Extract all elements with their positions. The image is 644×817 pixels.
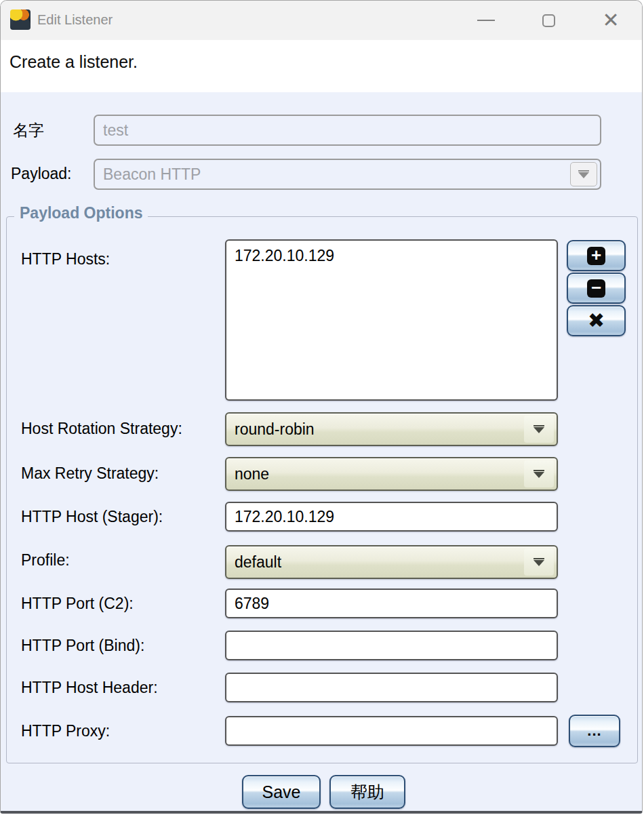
save-button[interactable]: Save: [242, 775, 321, 809]
minimize-button[interactable]: [468, 6, 504, 35]
http-host-header-label: HTTP Host Header:: [21, 679, 158, 697]
max-retry-label: Max Retry Strategy:: [21, 464, 159, 483]
payload-dropdown-arrow-icon: [570, 162, 597, 186]
payload-options-title: Payload Options: [14, 204, 148, 222]
close-button[interactable]: ✕: [593, 6, 628, 35]
http-hosts-label: HTTP Hosts:: [21, 250, 110, 268]
save-button-label: Save: [262, 782, 301, 802]
chevron-down-icon: [524, 416, 554, 443]
close-icon: ✕: [602, 10, 619, 31]
http-port-bind-label: HTTP Port (Bind):: [21, 637, 144, 655]
x-icon: ✖: [588, 311, 605, 331]
host-rotation-select[interactable]: round-robin: [225, 412, 558, 446]
chevron-down-icon: [524, 549, 554, 576]
http-host-stager-label: HTTP Host (Stager):: [21, 508, 163, 526]
ellipsis-icon: ...: [587, 722, 601, 740]
help-button-label: 帮助: [350, 781, 384, 803]
add-host-button[interactable]: +: [567, 240, 626, 271]
message-strip: Create a listener.: [1, 40, 642, 92]
http-proxy-browse-button[interactable]: ...: [569, 715, 620, 747]
app-avatar-icon: [10, 9, 31, 30]
host-rotation-label: Host Rotation Strategy:: [21, 420, 182, 438]
edit-listener-dialog: Edit Listener ✕ Create a listener. 名字 Pa…: [0, 0, 643, 814]
http-port-c2-input[interactable]: [225, 589, 558, 618]
clear-hosts-button[interactable]: ✖: [567, 305, 626, 336]
titlebar: Edit Listener ✕: [1, 1, 642, 40]
http-host-stager-input[interactable]: [225, 502, 558, 532]
dialog-message: Create a listener.: [9, 52, 138, 72]
http-proxy-input[interactable]: [225, 716, 558, 746]
minimize-icon: [477, 20, 495, 21]
payload-select: Beacon HTTP: [94, 159, 601, 190]
http-hosts-textarea[interactable]: [225, 239, 558, 401]
plus-icon: +: [587, 247, 605, 265]
host-rotation-value: round-robin: [226, 420, 315, 439]
payload-select-value: Beacon HTTP: [103, 165, 201, 183]
name-input: [94, 115, 601, 146]
payload-label: Payload:: [11, 165, 72, 183]
http-port-c2-label: HTTP Port (C2):: [21, 595, 134, 613]
max-retry-select[interactable]: none: [225, 457, 558, 491]
chevron-down-icon: [524, 460, 554, 487]
window-title: Edit Listener: [37, 12, 113, 28]
minus-icon: −: [587, 279, 605, 298]
http-proxy-label: HTTP Proxy:: [21, 722, 110, 740]
profile-select[interactable]: default: [225, 545, 558, 579]
remove-host-button[interactable]: −: [567, 273, 626, 304]
http-port-bind-input[interactable]: [225, 631, 558, 660]
profile-label: Profile:: [21, 551, 70, 570]
help-button[interactable]: 帮助: [329, 775, 405, 809]
http-host-header-input[interactable]: [225, 673, 558, 702]
maximize-icon: [542, 14, 555, 27]
max-retry-value: none: [226, 465, 269, 483]
name-label: 名字: [13, 120, 44, 141]
profile-value: default: [226, 553, 281, 572]
maximize-button[interactable]: [531, 6, 566, 35]
